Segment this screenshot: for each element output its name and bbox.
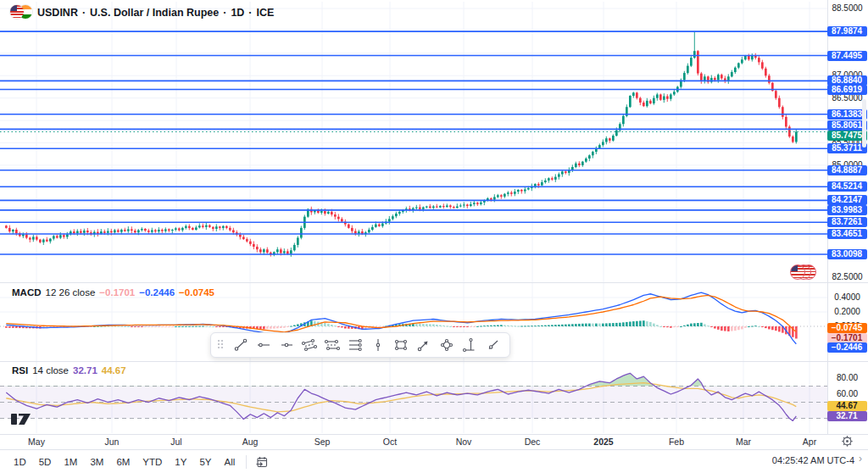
candles	[5, 31, 798, 257]
rectangle-icon[interactable]	[391, 335, 411, 355]
range-button-1Y[interactable]: 1Y	[170, 454, 192, 470]
rsi-title: RSI	[12, 365, 28, 376]
time-axis[interactable]: MayJunJulAugSepOctNovDec2025FebMarApr	[0, 434, 868, 449]
trend-line-icon[interactable]	[231, 335, 251, 355]
time-axis-label: Jul	[170, 437, 181, 447]
drawing-toolbar[interactable]	[210, 332, 510, 358]
axis-label: 60.00	[827, 389, 867, 399]
time-axis-label: Feb	[669, 437, 684, 447]
pane-separator-macd[interactable]	[0, 282, 868, 283]
time-axis-label: Mar	[736, 437, 751, 447]
symbol-name: USDINR	[37, 7, 78, 19]
macd-line-value: −0.2446	[139, 287, 175, 298]
price-badge: 84.2147	[827, 195, 867, 205]
price-badge: 83.9983	[827, 205, 867, 215]
price-badge: 86.6919	[827, 85, 867, 95]
axis-label: 82.5000	[827, 272, 867, 282]
axis-label: 0.2000	[827, 307, 867, 317]
rsi-pane	[0, 373, 827, 420]
exchange-name: ICE	[257, 7, 275, 19]
macd-title: MACD	[12, 287, 42, 298]
disjoint-channel-icon[interactable]	[322, 335, 342, 355]
pane-separator-rsi[interactable]	[0, 361, 868, 362]
range-button-1M[interactable]: 1M	[58, 454, 82, 470]
price-badge: 85.7475	[827, 131, 867, 141]
range-button-5D[interactable]: 5D	[34, 454, 57, 470]
price-badge: −0.1701	[827, 333, 867, 343]
price-scale-handle[interactable]	[862, 99, 866, 147]
chart-plot-area[interactable]	[0, 0, 827, 449]
toolbar-divider	[246, 455, 247, 469]
series-flags-icon[interactable]	[790, 264, 817, 279]
trend-angle-icon[interactable]	[459, 335, 480, 355]
macd-signal-value: −0.0745	[179, 287, 214, 298]
chart-interval[interactable]: 1D	[231, 7, 244, 19]
range-button-5Y[interactable]: 5Y	[194, 454, 216, 470]
rsi-params: 14 close	[32, 365, 69, 376]
legend-separator: ·	[248, 7, 252, 19]
time-axis-label: Nov	[456, 437, 472, 447]
price-badge: 84.8887	[827, 165, 867, 175]
time-axis-label: Sep	[314, 437, 331, 447]
tradingview-logo[interactable]	[11, 411, 31, 429]
price-badge: 85.3711	[827, 143, 867, 153]
go-to-date-calendar-icon[interactable]	[253, 453, 271, 471]
time-axis-label: Dec	[525, 437, 541, 447]
vertical-line-icon[interactable]	[368, 335, 388, 355]
bottom-toolbar: 1D5D1M3M6MYTD1Y5YAll	[0, 450, 868, 473]
range-button-1D[interactable]: 1D	[8, 454, 31, 470]
axis-label: 88.5000	[827, 3, 867, 14]
horizontal-line-icon[interactable]	[253, 335, 274, 355]
legend-separator: ·	[82, 7, 86, 19]
range-button-All[interactable]: All	[220, 454, 241, 470]
time-axis-label: May	[28, 437, 45, 447]
symbol-description: U.S. Dollar / Indian Rupee	[90, 7, 219, 19]
ray-icon[interactable]	[482, 335, 503, 355]
price-badge: −0.2446	[827, 342, 867, 353]
price-badge: 83.4651	[827, 229, 867, 239]
legend-separator: ·	[223, 7, 226, 19]
range-button-YTD[interactable]: YTD	[137, 454, 167, 470]
symbol-legend[interactable]: USDINR · U.S. Dollar / Indian Rupee · 1D…	[10, 5, 274, 19]
arrow-icon[interactable]	[414, 335, 434, 355]
price-badge: 32.71	[827, 411, 867, 421]
horizontal-ray-icon[interactable]	[276, 335, 297, 355]
time-axis-label: Apr	[803, 437, 816, 447]
parallel-channel-icon[interactable]	[299, 335, 320, 355]
price-badge: 44.67	[827, 401, 867, 411]
range-button-6M[interactable]: 6M	[111, 454, 135, 470]
symbol-flags-icon	[10, 5, 33, 19]
axis-label: 0.4000	[827, 292, 867, 303]
time-axis-label: Aug	[242, 437, 259, 447]
chart-window: 88.500087.000086.500085.500085.000082.50…	[0, 0, 868, 473]
time-axis-settings-gear-icon[interactable]	[841, 435, 854, 451]
range-button-3M[interactable]: 3M	[85, 454, 108, 470]
rotated-rectangle-icon[interactable]	[437, 335, 457, 355]
time-axis-label: Oct	[383, 437, 397, 447]
price-badge: 87.9874	[827, 26, 867, 36]
rsi-value: 32.71	[73, 365, 97, 376]
toolbar-drag-handle[interactable]	[218, 340, 225, 350]
price-badge: 86.1383	[827, 109, 867, 120]
axis-label: 80.00	[827, 373, 867, 383]
rsi-legend[interactable]: RSI 14 close 32.71 44.67	[12, 365, 126, 376]
price-badge: 83.0098	[827, 249, 867, 259]
price-badge: 85.8061	[827, 120, 867, 131]
price-badge: 83.7261	[827, 217, 867, 227]
time-axis-label: 2025	[593, 437, 613, 447]
fib-retracement-icon[interactable]	[345, 335, 365, 355]
price-badge: 87.4495	[827, 51, 867, 61]
macd-params: 12 26 close	[46, 287, 96, 298]
price-badge: −0.0745	[827, 323, 867, 333]
chevron-right-icon[interactable]: ›	[859, 453, 862, 465]
rsi-ma-value: 44.67	[102, 365, 126, 376]
price-axis[interactable]: 88.500087.000086.500085.500085.000082.50…	[827, 0, 868, 434]
macd-legend[interactable]: MACD 12 26 close −0.1701 −0.2446 −0.0745	[12, 287, 214, 298]
price-badge: 84.5214	[827, 181, 867, 192]
time-axis-label: Jun	[105, 437, 120, 447]
clock[interactable]: 04:25:42 AM UTC-4	[772, 455, 854, 465]
price-badge: 86.8840	[827, 75, 867, 86]
macd-hist-value: −0.1701	[99, 287, 135, 298]
